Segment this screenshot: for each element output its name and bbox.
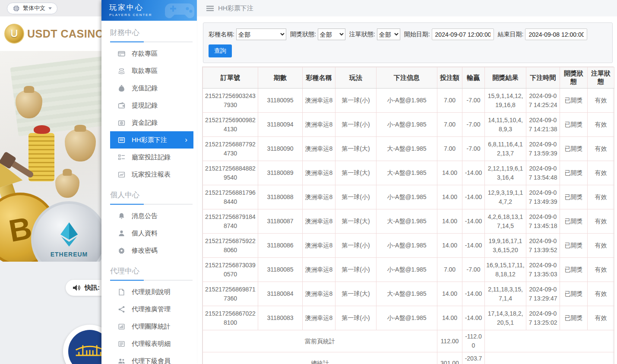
table-row: 215217256875922806031180086澳洲幸运8第一球(小)小-… <box>203 234 614 258</box>
column-header: 期數 <box>258 67 303 89</box>
cell-order-id: 2152172568791848740 <box>203 209 258 234</box>
summary-win-loss-total: -112.00 <box>462 330 485 352</box>
section-underline <box>110 280 193 281</box>
sidebar-item-share[interactable]: 代理推廣管理 <box>101 301 197 318</box>
section-underline <box>110 204 193 205</box>
cell-order-id: 2152172569032437930 <box>203 89 258 113</box>
moneybag-graphic <box>55 173 79 198</box>
page-title: HH彩票下注 <box>218 4 253 13</box>
summary-empty <box>485 352 614 364</box>
cell-bet-time: 2024-09-07 13:35:03 <box>526 258 560 282</box>
sidebar-item-bet-report[interactable]: 玩家投注報表 <box>101 166 197 183</box>
cell-lottery-name: 澳洲幸运8 <box>303 258 335 282</box>
cell-draw-result: 12,9,3,19,1,14,7,2 <box>485 185 526 209</box>
cell-bet-time: 2024-09-07 13:54:48 <box>526 161 560 185</box>
bridge-logo-icon <box>68 330 101 364</box>
cell-order-id: 2152172568730390570 <box>203 258 258 282</box>
cell-period: 31180084 <box>258 282 303 306</box>
sidebar-item-gear[interactable]: 修改密碼 <box>101 242 197 259</box>
end-date-input[interactable] <box>525 28 587 40</box>
speaker-icon <box>73 284 81 291</box>
cell-play-type: 第一球(小) <box>335 306 377 330</box>
cell-bet-info: 小-A盤@1.985 <box>377 234 437 258</box>
table-row: 215217256903243793031180095澳洲幸运8第一球(小)小-… <box>203 89 614 113</box>
sidebar-item-moneybag[interactable]: 充值記錄 <box>101 79 197 97</box>
cell-order-status: 有效 <box>588 185 614 209</box>
sidebar-item-label: 代理報表明細 <box>132 340 171 348</box>
promo-artwork: B ETHEREUM <box>0 51 101 262</box>
table-header-row: 訂單號期數彩種名稱玩法下注信息投注額輸贏開獎結果下注時間開獎狀態注單狀態 <box>203 67 614 89</box>
cell-bet-amount: 7.00 <box>437 113 462 137</box>
draw-status-select[interactable]: 全部 <box>318 28 345 40</box>
cell-bet-time: 2024-09-07 13:59:39 <box>526 137 560 161</box>
sidebar-item-user[interactable]: 個人資料 <box>101 225 197 242</box>
language-selector[interactable]: 繁体中文 <box>7 3 57 14</box>
sidebar-item-room-record[interactable]: 廳室投註記錄 <box>101 149 197 166</box>
start-date-label: 開始日期: <box>404 31 430 38</box>
start-date-input[interactable] <box>432 28 494 40</box>
team-stats-icon <box>118 323 125 330</box>
summary-bet-total: 301.00 <box>437 352 462 364</box>
main-content: HH彩票下注 彩種名稱: 全部 開獎狀態: 全部 注單狀態: 全部 開始日期: … <box>197 0 617 364</box>
sidebar-item-label: 代理下級會員 <box>132 357 171 364</box>
sidebar-item-lottery-list[interactable]: HH彩票下注› <box>110 131 193 149</box>
sidebar-item-members[interactable]: 代理下級會員 <box>101 352 197 364</box>
cell-draw-status: 已開獎 <box>560 234 588 258</box>
cell-draw-status: 已開獎 <box>560 258 588 282</box>
sidebar-item-wallet-out[interactable]: 提現記錄 <box>101 97 197 114</box>
lottery-filter-label: 彩種名稱: <box>209 31 234 38</box>
sidebar-menu: 財務中心存款專區取款專區充值記錄提現記錄資金記錄HH彩票下注›廳室投註記錄玩家投… <box>101 28 197 364</box>
cell-bet-info: 小-A盤@1.985 <box>377 258 437 282</box>
cell-win-loss: -7.00 <box>462 113 485 137</box>
search-button[interactable]: 查詢 <box>209 44 232 57</box>
cell-period: 31180090 <box>258 137 303 161</box>
cell-bet-info: 大-A盤@1.985 <box>377 161 437 185</box>
ethereum-label: ETHEREUM <box>51 251 88 258</box>
sidebar-item-bell[interactable]: 消息公告 <box>101 207 197 225</box>
summary-bet-total: 112.00 <box>437 330 462 352</box>
sidebar-item-funds-wallet[interactable]: 資金記錄 <box>101 114 197 131</box>
sidebar-item-document[interactable]: 代理規則說明 <box>101 283 197 301</box>
table-row: 215217256869871736031180084澳洲幸运8第一球(大)大-… <box>203 282 614 306</box>
cell-draw-result: 14,11,5,10,4,8,9,3 <box>485 113 526 137</box>
sidebar-item-team-stats[interactable]: 代理團隊統計 <box>101 318 197 335</box>
sidebar-item-label: 充值記錄 <box>132 84 158 92</box>
cell-win-loss: -14.00 <box>462 306 485 330</box>
cell-draw-status: 已開獎 <box>560 209 588 234</box>
left-background-pane: 繁体中文 U USDT CASINO B ETHEREUM 快訊: <box>0 0 101 364</box>
cell-draw-result: 17,14,3,18,2,20,5,1 <box>485 306 526 330</box>
cell-period: 31180094 <box>258 113 303 137</box>
cell-order-id: 2152172568670228100 <box>203 306 258 330</box>
cell-lottery-name: 澳洲幸运8 <box>303 89 335 113</box>
cell-period: 31180086 <box>258 234 303 258</box>
table-row: 215217256867022810031180083澳洲幸运8第一球(小)小-… <box>203 306 614 330</box>
cell-win-loss: -7.00 <box>462 258 485 282</box>
cell-bet-amount: 7.00 <box>437 89 462 113</box>
sidebar-item-report-detail[interactable]: 代理報表明細 <box>101 335 197 352</box>
cell-order-status: 有效 <box>588 234 614 258</box>
sidebar-item-withdraw-hand[interactable]: 取款專區 <box>101 62 197 79</box>
hamburger-menu-icon[interactable] <box>206 6 214 11</box>
wallet-out-icon <box>118 102 125 109</box>
column-header: 下注時間 <box>526 67 560 89</box>
cell-bet-info: 小-A盤@1.985 <box>377 185 437 209</box>
filter-panel: 彩種名稱: 全部 開獎狀態: 全部 注單狀態: 全部 開始日期: 結束日期: 查… <box>203 22 613 63</box>
cell-order-status: 有效 <box>588 89 614 113</box>
order-status-select[interactable]: 全部 <box>377 28 400 40</box>
cell-order-status: 有效 <box>588 161 614 185</box>
sidebar-section-title: 個人中心 <box>110 190 189 200</box>
column-header: 開獎狀態 <box>560 67 588 89</box>
cell-bet-time: 2024-09-07 13:25:02 <box>526 306 560 330</box>
cell-order-status: 有效 <box>588 209 614 234</box>
sidebar-item-label: HH彩票下注 <box>132 136 167 144</box>
cell-lottery-name: 澳洲幸运8 <box>303 282 335 306</box>
cell-play-type: 第一球(小) <box>335 258 377 282</box>
sidebar-item-deposit-card[interactable]: 存款專區 <box>101 45 197 62</box>
cell-lottery-name: 澳洲幸运8 <box>303 234 335 258</box>
lottery-list-icon <box>118 136 125 144</box>
language-label: 繁体中文 <box>23 4 45 12</box>
gamepad-icon <box>164 0 195 21</box>
bet-report-icon <box>118 171 125 178</box>
section-underline <box>110 41 193 42</box>
lottery-select[interactable]: 全部 <box>236 28 286 40</box>
